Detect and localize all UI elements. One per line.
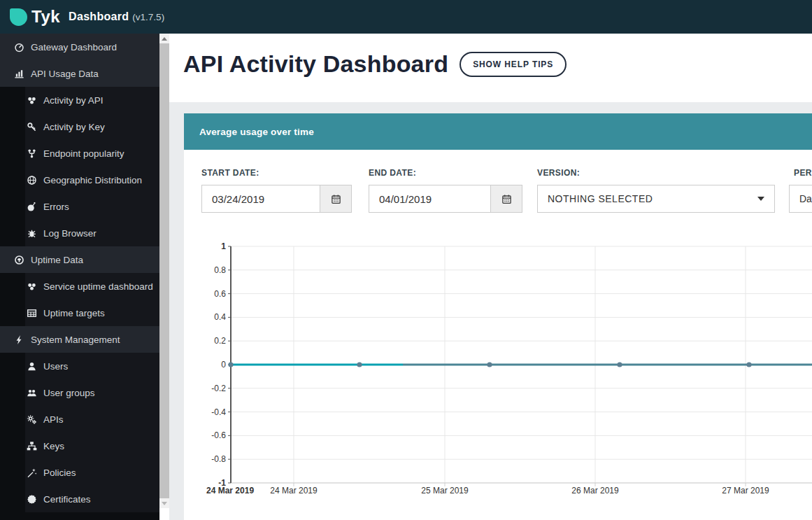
end-date-input[interactable] <box>369 185 491 213</box>
svg-text:-0.2: -0.2 <box>211 384 226 393</box>
scrollbar-up-button[interactable] <box>159 34 169 43</box>
sidebar-item-label: System Management <box>31 335 120 345</box>
sidebar-item-policies[interactable]: Policies <box>25 459 159 486</box>
svg-text:26 Mar 2019: 26 Mar 2019 <box>571 486 619 496</box>
sidebar-item-errors[interactable]: Errors <box>25 193 159 220</box>
sidebar-item-label: Errors <box>43 202 69 212</box>
sidebar-item-label: Uptime targets <box>43 308 105 318</box>
sidebar-item-label: API Usage Data <box>31 69 99 79</box>
tyk-logo-icon <box>10 8 27 26</box>
end-date-label: END DATE: <box>369 168 522 178</box>
sidebar-item-apis[interactable]: APIs <box>25 406 159 433</box>
arrow-up-icon <box>162 37 167 41</box>
cogs-icon <box>26 414 37 425</box>
period-select[interactable]: Daily <box>789 185 812 213</box>
sidebar-item-label: Endpoint popularity <box>43 148 124 159</box>
sidebar-item-label: Users <box>43 361 68 372</box>
calendar-icon <box>331 194 341 204</box>
cluster-icon <box>26 281 37 292</box>
certificate-icon <box>26 493 37 505</box>
scrollbar-down-button[interactable] <box>159 498 169 508</box>
period-selected-value: Daily <box>799 193 812 204</box>
svg-text:25 Mar 2019: 25 Mar 2019 <box>421 486 469 496</box>
users-icon <box>26 387 37 398</box>
period-label: PERIOD: <box>789 168 812 178</box>
sidebar-item-label: User groups <box>43 388 95 398</box>
sidebar-item-label: Keys <box>43 441 64 451</box>
bug-icon <box>26 227 37 239</box>
sidebar-item-gateway-dashboard[interactable]: Gateway Dashboard <box>0 34 159 60</box>
sidebar-item-activity-by-api[interactable]: Activity by API <box>25 87 159 113</box>
sidebar-item-geographic-distribution[interactable]: Geographic Distribution <box>25 167 159 193</box>
sidebar-item-users[interactable]: Users <box>25 353 159 379</box>
product-version: (v1.7.5) <box>132 12 164 22</box>
svg-text:24 Mar 2019: 24 Mar 2019 <box>206 486 254 496</box>
end-date-group: END DATE: <box>369 168 522 213</box>
show-help-tips-button[interactable]: SHOW HELP TIPS <box>460 52 567 77</box>
sidebar-item-keys[interactable]: Keys <box>25 433 159 459</box>
calendar-icon <box>501 194 512 204</box>
period-group: PERIOD: Daily <box>789 168 812 213</box>
sidebar-item-activity-by-key[interactable]: Activity by Key <box>25 113 159 140</box>
sidebar-item-log-browser[interactable]: Log Browser <box>25 220 159 246</box>
version-selected-value: NOTHING SELECTED <box>548 193 653 204</box>
arrow-up-circle-icon <box>13 254 24 265</box>
sidebar-item-system-management[interactable]: System Management <box>0 326 159 353</box>
sitemap-icon <box>26 440 37 451</box>
usage-panel: Average usage over time START DATE: END … <box>184 113 812 520</box>
sidebar-item-label: Activity by Key <box>43 122 105 132</box>
bolt-icon <box>13 334 24 345</box>
svg-text:0.4: 0.4 <box>214 312 226 322</box>
usage-line-chart: 10.80.60.40.20-0.2-0.4-0.6-0.8-124 Mar 2… <box>183 238 812 520</box>
start-date-input[interactable] <box>201 185 320 213</box>
code-fork-icon <box>26 148 37 159</box>
start-date-calendar-button[interactable] <box>320 185 352 213</box>
svg-text:0.2: 0.2 <box>214 336 226 346</box>
sidebar-item-label: Uptime Data <box>31 255 83 265</box>
sidebar-item-label: Log Browser <box>43 228 97 239</box>
product-name: Dashboard <box>69 10 129 23</box>
brand-name: Tyk <box>31 7 60 27</box>
end-date-calendar-button[interactable] <box>491 185 522 213</box>
title-row: API Activity Dashboard SHOW HELP TIPS <box>183 50 567 78</box>
sidebar-item-label: Service uptime dashboard <box>43 281 153 292</box>
sidebar-item-uptime-data[interactable]: Uptime Data <box>0 246 159 273</box>
app-header: Tyk Dashboard (v1.7.5) <box>0 0 812 34</box>
table-icon <box>26 307 37 318</box>
sidebar-item-label: Policies <box>43 468 76 478</box>
svg-text:27 Mar 2019: 27 Mar 2019 <box>722 486 769 496</box>
start-date-group: START DATE: <box>201 168 352 213</box>
wand-icon <box>26 467 37 478</box>
sidebar-item-user-groups[interactable]: User groups <box>25 379 159 406</box>
arrow-down-icon <box>162 502 167 505</box>
chevron-down-icon <box>757 197 764 201</box>
svg-text:-0.6: -0.6 <box>211 430 226 440</box>
scrollbar-thumb[interactable] <box>159 43 169 498</box>
globe-icon <box>26 174 37 185</box>
sidebar-item-endpoint-popularity[interactable]: Endpoint popularity <box>25 140 159 167</box>
sidebar-scrollbar[interactable] <box>159 34 169 508</box>
user-icon <box>26 360 37 372</box>
bar-chart-icon <box>13 68 24 79</box>
svg-text:24 Mar 2019: 24 Mar 2019 <box>270 486 318 496</box>
cluster-icon <box>26 94 37 106</box>
sidebar-item-label: APIs <box>43 414 64 425</box>
panel-header: Average usage over time <box>184 113 812 150</box>
svg-text:-0.4: -0.4 <box>211 407 226 417</box>
sidebar-nav: Gateway DashboardAPI Usage DataActivity … <box>0 34 159 520</box>
sidebar-item-service-uptime-dashboard[interactable]: Service uptime dashboard <box>25 273 159 300</box>
sidebar-item-certificates[interactable]: Certificates <box>25 486 159 512</box>
gauge-icon <box>13 41 24 52</box>
key-icon <box>26 121 37 132</box>
sidebar-item-uptime-targets[interactable]: Uptime targets <box>25 300 159 326</box>
sidebar-item-label: Gateway Dashboard <box>31 42 117 52</box>
version-group: VERSION: NOTHING SELECTED <box>537 168 775 213</box>
sidebar-item-api-usage-data[interactable]: API Usage Data <box>0 60 159 87</box>
page-title: API Activity Dashboard <box>183 50 448 78</box>
sidebar-item-label: Activity by API <box>43 95 104 106</box>
svg-text:0: 0 <box>221 360 226 370</box>
svg-text:0.8: 0.8 <box>214 265 226 275</box>
version-select[interactable]: NOTHING SELECTED <box>537 185 775 213</box>
svg-text:-0.8: -0.8 <box>211 454 226 464</box>
start-date-label: START DATE: <box>201 168 352 178</box>
